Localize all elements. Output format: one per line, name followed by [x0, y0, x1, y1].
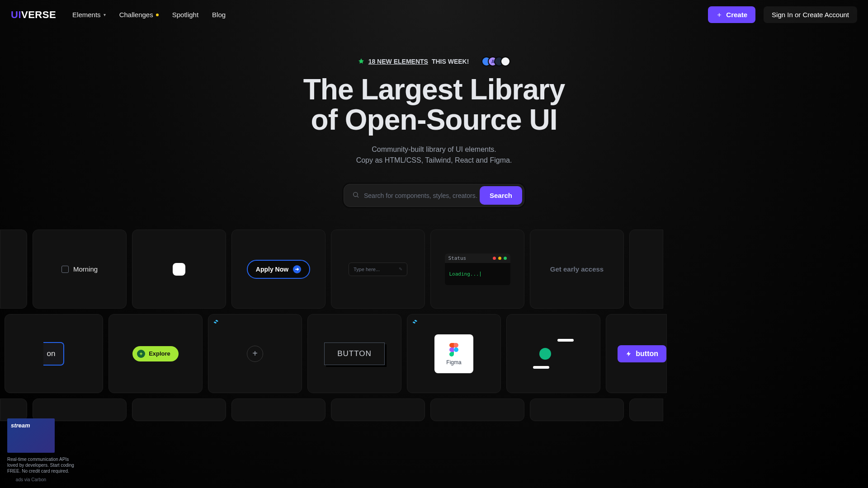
create-button[interactable]: Create	[708, 6, 755, 23]
avatar	[500, 56, 510, 66]
nav-spotlight[interactable]: Spotlight	[172, 11, 198, 19]
component-card[interactable]	[506, 314, 600, 393]
search-input[interactable]	[362, 187, 480, 205]
button-label: BUTTON	[337, 349, 372, 358]
svg-point-0	[354, 192, 358, 197]
component-card[interactable]	[231, 399, 326, 421]
nav-elements-label: Elements	[72, 11, 101, 19]
input-demo: Type here... ✎	[349, 263, 407, 276]
nav-blog-label: Blog	[212, 11, 226, 19]
announcement-rest: THIS WEEK!	[432, 58, 469, 65]
subtitle-line-2: Copy as HTML/CSS, Tailwind, React and Fi…	[9, 155, 859, 166]
svg-point-1	[454, 347, 458, 352]
component-card[interactable]: Apply Now ➔	[231, 230, 326, 309]
logo-suffix: VERSE	[21, 9, 56, 20]
main-nav: Elements ▾ Challenges Spotlight Blog	[72, 11, 226, 19]
announcement: 18 NEW ELEMENTS THIS WEEK! A	[358, 56, 511, 66]
component-card[interactable]: Explore	[108, 314, 203, 393]
component-card[interactable]	[331, 399, 425, 421]
component-card[interactable]	[430, 399, 524, 421]
signin-button[interactable]: Sign In or Create Account	[764, 6, 857, 23]
ad-credit: ads via Carbon	[7, 477, 55, 483]
component-card[interactable]: BUTTON	[307, 314, 401, 393]
apply-button-demo: Apply Now ➔	[247, 260, 310, 279]
title-line-1: The Largest Library	[303, 73, 565, 106]
logo[interactable]: UIVERSE	[11, 9, 56, 21]
lightning-icon	[626, 351, 632, 357]
cursor-icon	[480, 272, 481, 277]
rocket-icon	[358, 58, 365, 65]
nav-elements[interactable]: Elements ▾	[72, 11, 106, 19]
component-card[interactable]: +	[208, 314, 302, 393]
component-card[interactable]	[0, 230, 27, 309]
terminal-text: Loading...	[449, 271, 479, 277]
early-access-label: Get early access	[550, 265, 604, 273]
component-card[interactable]	[629, 230, 663, 309]
plus-icon	[716, 12, 722, 18]
fragment-label: on	[47, 349, 56, 358]
component-card[interactable]: Morning	[33, 230, 127, 309]
terminal-status: Status	[448, 255, 467, 261]
component-card[interactable]: Type here... ✎	[331, 230, 425, 309]
search-bar: Search	[344, 184, 524, 207]
page-subtitle: Community-built library of UI elements. …	[9, 144, 859, 166]
toggle-knob-icon	[539, 348, 551, 360]
input-placeholder: Type here...	[354, 267, 380, 272]
traffic-green-icon	[504, 257, 507, 260]
component-card[interactable]	[0, 399, 27, 421]
logo-prefix: UI	[11, 9, 21, 20]
explore-label: Explore	[149, 350, 170, 357]
page-title: The Largest Library of Open-Source UI	[9, 75, 859, 135]
component-card[interactable]	[629, 399, 663, 421]
signin-button-label: Sign In or Create Account	[772, 11, 849, 19]
traffic-yellow-icon	[498, 257, 501, 260]
component-card[interactable]: Figma	[407, 314, 501, 393]
search-icon	[352, 191, 359, 200]
terminal-demo: Status Loading...	[445, 253, 510, 285]
figma-card-demo: Figma	[434, 334, 473, 373]
nav-spotlight-label: Spotlight	[172, 11, 198, 19]
plus-circle-icon: +	[247, 346, 263, 362]
figma-icon	[448, 342, 460, 357]
component-card[interactable]	[530, 399, 624, 421]
component-card[interactable]: Get early access	[530, 230, 624, 309]
component-card[interactable]	[132, 230, 226, 309]
nav-blog[interactable]: Blog	[212, 11, 226, 19]
nav-challenges[interactable]: Challenges	[119, 11, 159, 19]
subtitle-line-1: Community-built library of UI elements.	[372, 145, 496, 153]
ad-text: Real-time communication APIs loved by de…	[7, 456, 75, 474]
tailwind-icon	[213, 319, 221, 324]
chevron-down-icon: ▾	[104, 12, 106, 17]
component-card[interactable]: on	[5, 314, 103, 393]
figma-label: Figma	[446, 359, 461, 366]
notification-dot-icon	[156, 14, 159, 16]
button-fragment: on	[43, 342, 65, 366]
glow-button-demo: button	[618, 345, 666, 362]
explore-button-demo: Explore	[132, 346, 179, 361]
ad-image	[7, 418, 55, 453]
checkbox-icon	[61, 266, 69, 273]
carbon-ad[interactable]: Real-time communication APIs loved by de…	[7, 418, 75, 483]
pencil-icon: ✎	[399, 267, 402, 272]
component-card[interactable]	[33, 399, 127, 421]
title-line-2: of Open-Source UI	[9, 105, 859, 135]
search-button[interactable]: Search	[480, 186, 522, 205]
announcement-link[interactable]: 18 NEW ELEMENTS	[368, 58, 428, 65]
toggle-icon	[173, 263, 185, 276]
checkbox-label: Morning	[73, 265, 98, 273]
button-demo: BUTTON	[324, 343, 385, 365]
arrow-right-icon: ➔	[293, 265, 301, 273]
compass-icon	[137, 350, 145, 358]
component-card[interactable]	[132, 399, 226, 421]
tailwind-icon	[412, 319, 420, 324]
apply-label: Apply Now	[256, 266, 288, 273]
component-card[interactable]: button	[606, 314, 667, 393]
traffic-red-icon	[493, 257, 496, 260]
author-avatars: A	[485, 56, 510, 66]
nav-challenges-label: Challenges	[119, 11, 153, 19]
create-button-label: Create	[726, 11, 747, 19]
search-button-label: Search	[490, 192, 512, 199]
component-card[interactable]: Status Loading...	[430, 230, 524, 309]
glow-label: button	[636, 350, 658, 358]
toggle-demo	[533, 338, 574, 370]
